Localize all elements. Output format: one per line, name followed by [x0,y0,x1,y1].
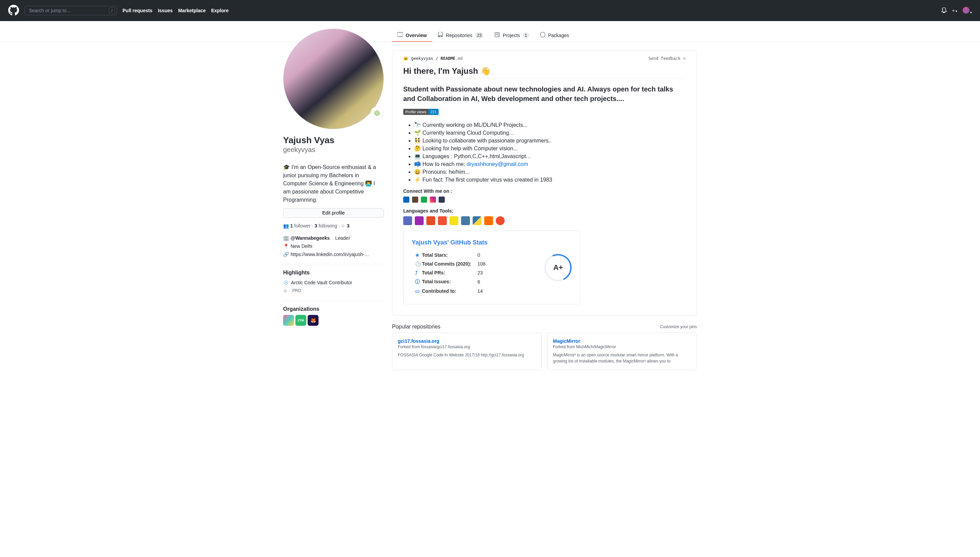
package-icon [540,32,546,38]
pytorch-icon [496,216,505,225]
people-icon: 👥 [283,223,289,228]
popular-repos-title: Popular repositories [392,324,440,330]
followers-bar: 👥 1 follower · 3 following · ☆ 3 [283,223,384,228]
instagram-icon[interactable] [430,197,436,203]
org-avatar-2[interactable] [296,315,306,326]
contact-email[interactable]: dryashhoney@gmail.com [467,161,528,167]
bullet-item: 🤔 Looking for help with Computer vision.… [414,145,686,151]
javascript-icon [449,216,458,225]
notifications-icon[interactable] [941,8,947,14]
html-icon [426,216,435,225]
website-link[interactable]: https://www.linkedin.com/in/yajush-… [291,252,369,257]
send-feedback-link[interactable]: Send feedback [648,56,681,61]
bullet-item: 💻 Languages : Python,C,C++,html,Javascri… [414,153,686,160]
nav-issues[interactable]: Issues [158,8,173,13]
link-icon: 🔗 [283,252,289,257]
global-search: / [24,6,117,15]
connect-label: Connect With me on : [403,188,686,194]
location-icon: 📍 [283,243,289,249]
global-header: / Pull requests Issues Marketplace Explo… [0,0,980,21]
book-icon [397,32,403,38]
highlights-title: Highlights [283,270,384,276]
following-count[interactable]: 3 [315,223,317,228]
pinned-repo-card: MagicMirror Forked from MichMich/MagicMi… [547,332,697,370]
star-icon: ☆ [283,288,287,293]
company-row: 🏢@Wannabegeeks Leader [283,234,384,242]
readme-path-file[interactable]: README [441,56,455,61]
profile-fullname: Yajush Vyas [283,135,384,146]
repo-link[interactable]: gci17.fossasia.org [398,338,439,344]
nav-pull-requests[interactable]: Pull requests [122,8,152,13]
stars-count[interactable]: 3 [347,223,350,228]
tab-overview[interactable]: Overview [392,29,432,42]
cpp-icon [415,216,424,225]
tab-repositories-label: Repositories [446,33,472,38]
readme-path-user[interactable]: geekyvyas [411,56,433,61]
profile-username: geekyvyas [283,146,384,154]
tab-overview-label: Overview [406,33,427,38]
stat-row: 🕒Total Commits (2020):108 [412,260,488,268]
c-icon [403,216,412,225]
profile-avatar[interactable]: ❇️ [283,29,384,129]
bullet-item: 😄 Pronouns: he/him... [414,169,686,175]
readme-title: Hi there, I'm Yajush 👋 [403,66,686,79]
bullet-item: 📫 How to reach me: dryashhoney@gmail.com [414,161,686,167]
git-icon [438,216,447,225]
repo-link[interactable]: MagicMirror [553,338,580,344]
nav-explore[interactable]: Explore [211,8,228,13]
bullet-item: ⚡ Fun fact: The first computer virus was… [414,176,686,183]
highlight-pro[interactable]: ☆PRO [283,287,384,295]
search-slash-hint: / [109,8,115,14]
stat-row: ⓘTotal Issues:6 [412,277,488,286]
github-logo[interactable] [8,5,19,17]
edit-profile-button[interactable]: Edit profile [283,208,384,218]
bullet-item: 🌱 Currently learning Cloud Computing... [414,130,686,136]
clock-icon: 🕒 [415,261,420,267]
nav-marketplace[interactable]: Marketplace [178,8,206,13]
tensorflow-icon [484,216,493,225]
status-badge[interactable]: ❇️ [371,106,384,119]
forked-from: Forked from MichMich/MagicMirror [553,344,691,349]
tab-repositories[interactable]: Repositories 23 [432,29,489,42]
python-icon [473,216,482,225]
org-avatar-1[interactable] [283,315,294,326]
customize-pins-link[interactable]: Customize your pins [660,324,697,329]
projects-count: 1 [523,32,529,38]
org-icon: 🏢 [283,235,289,241]
profile-views-badge: Profile views 221 [403,109,439,115]
repo-icon [438,32,443,38]
repo-desc: MagicMirror² is an open source modular s… [553,352,691,364]
edit-readme-icon[interactable]: ✎ [683,56,686,61]
hackerearth-icon[interactable] [439,197,445,203]
hackerrank-icon[interactable] [421,197,427,203]
github-stats-card: Yajush Vyas' GitHub Stats ★Total Stars:0… [403,231,580,305]
repositories-count: 23 [475,32,483,38]
location-row: 📍New Delhi [283,242,384,250]
star-icon: ★ [415,252,420,258]
create-new-dropdown[interactable]: +▾ [952,8,957,13]
profile-bio: 🎓 I'm an Open-Source enthusiast & a juni… [283,163,384,204]
tab-projects[interactable]: Projects 1 [489,29,534,42]
search-input[interactable] [24,6,117,15]
repo-desc: FOSSASIA Google Code-In Website 2017/18 … [398,352,536,358]
linkedin-icon[interactable] [403,197,409,203]
pinned-repo-card: gci17.fossasia.org Forked from fossasia/… [392,332,542,370]
readme-subtitle: Student with Passionate about new techno… [403,84,686,103]
stat-row: ▭Contributed to:14 [412,287,488,295]
highlight-arctic[interactable]: ❄️Arctic Code Vault Contributor [283,278,384,287]
organizations-title: Organizations [283,306,384,312]
star-icon: ☆ [341,223,345,228]
tab-packages[interactable]: Packages [534,29,574,42]
codechef-icon[interactable] [412,197,418,203]
forked-from: Forked from fossasia/gci17.fossasia.org [398,344,536,349]
primary-nav: Pull requests Issues Marketplace Explore [122,8,229,13]
issue-icon: ⓘ [415,279,420,285]
tools-label: Languages and Tools: [403,208,686,213]
user-menu[interactable]: ▾ [963,7,972,15]
followers-count[interactable]: 1 [290,223,293,228]
tab-packages-label: Packages [548,33,569,38]
smiley-icon: 🐱 [403,56,408,61]
bullet-item: 🔭 Currently working on ML/DL/NLP Project… [414,122,686,128]
readme-bullets: 🔭 Currently working on ML/DL/NLP Project… [403,122,686,183]
org-avatar-3[interactable] [308,315,318,326]
